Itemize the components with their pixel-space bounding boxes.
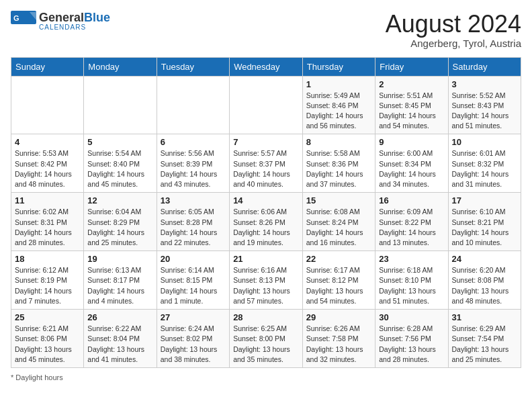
day-number: 6 — [161, 137, 226, 147]
calendar-cell: 31Sunrise: 6:29 AMSunset: 7:54 PMDayligh… — [448, 310, 521, 368]
calendar-cell: 15Sunrise: 6:08 AMSunset: 8:24 PMDayligh… — [302, 193, 375, 251]
day-number: 24 — [452, 254, 517, 264]
day-number: 27 — [161, 312, 226, 322]
calendar-cell — [84, 76, 157, 134]
calendar-cell: 5Sunrise: 5:54 AMSunset: 8:40 PMDaylight… — [84, 134, 157, 193]
logo-blue: Blue — [84, 11, 110, 24]
day-number: 23 — [379, 254, 444, 264]
calendar-cell: 16Sunrise: 6:09 AMSunset: 8:22 PMDayligh… — [375, 193, 448, 251]
calendar-cell: 14Sunrise: 6:06 AMSunset: 8:26 PMDayligh… — [230, 193, 303, 251]
day-number: 16 — [379, 195, 444, 205]
day-info: Sunrise: 6:08 AMSunset: 8:24 PMDaylight:… — [306, 207, 371, 248]
day-info: Sunrise: 6:18 AMSunset: 8:10 PMDaylight:… — [379, 265, 444, 306]
calendar-cell: 6Sunrise: 5:56 AMSunset: 8:39 PMDaylight… — [157, 134, 229, 193]
day-number: 18 — [15, 254, 80, 264]
day-number: 28 — [233, 312, 299, 322]
header-friday: Friday — [375, 57, 448, 76]
day-info: Sunrise: 6:13 AMSunset: 8:17 PMDaylight:… — [87, 265, 152, 306]
calendar-week-1: 1Sunrise: 5:49 AMSunset: 8:46 PMDaylight… — [11, 76, 521, 134]
day-number: 3 — [452, 79, 517, 89]
calendar-cell: 9Sunrise: 6:00 AMSunset: 8:34 PMDaylight… — [375, 134, 448, 193]
day-info: Sunrise: 6:17 AMSunset: 8:12 PMDaylight:… — [306, 265, 371, 306]
svg-text:G: G — [13, 14, 19, 22]
day-number: 5 — [87, 137, 152, 147]
footer-note: * Daylight hours — [11, 373, 521, 381]
day-info: Sunrise: 5:53 AMSunset: 8:42 PMDaylight:… — [15, 148, 80, 189]
day-info: Sunrise: 6:28 AMSunset: 7:56 PMDaylight:… — [379, 324, 444, 365]
day-number: 4 — [15, 137, 80, 147]
calendar-cell: 7Sunrise: 5:57 AMSunset: 8:37 PMDaylight… — [230, 134, 303, 193]
day-number: 22 — [306, 254, 371, 264]
calendar-cell — [230, 76, 303, 134]
calendar-cell: 26Sunrise: 6:22 AMSunset: 8:04 PMDayligh… — [84, 310, 157, 368]
calendar-cell: 12Sunrise: 6:04 AMSunset: 8:29 PMDayligh… — [84, 193, 157, 251]
day-info: Sunrise: 5:56 AMSunset: 8:39 PMDaylight:… — [161, 148, 226, 189]
day-info: Sunrise: 6:22 AMSunset: 8:04 PMDaylight:… — [87, 324, 152, 365]
header-saturday: Saturday — [448, 57, 521, 76]
day-number: 14 — [233, 195, 299, 205]
day-info: Sunrise: 6:16 AMSunset: 8:13 PMDaylight:… — [233, 265, 299, 306]
day-number: 1 — [306, 79, 371, 89]
logo: G GeneralBlue CALENDARS — [11, 11, 110, 31]
calendar-cell: 22Sunrise: 6:17 AMSunset: 8:12 PMDayligh… — [302, 251, 375, 310]
footer-daylight-text: Daylight hours — [15, 373, 62, 381]
day-info: Sunrise: 5:51 AMSunset: 8:45 PMDaylight:… — [379, 91, 444, 132]
day-info: Sunrise: 6:09 AMSunset: 8:22 PMDaylight:… — [379, 207, 444, 248]
title-area: August 2024 Angerberg, Tyrol, Austria — [386, 11, 521, 49]
day-info: Sunrise: 6:26 AMSunset: 7:58 PMDaylight:… — [306, 324, 371, 365]
day-number: 15 — [306, 195, 371, 205]
day-info: Sunrise: 6:10 AMSunset: 8:21 PMDaylight:… — [452, 207, 517, 248]
calendar-cell: 13Sunrise: 6:05 AMSunset: 8:28 PMDayligh… — [157, 193, 229, 251]
calendar-cell: 4Sunrise: 5:53 AMSunset: 8:42 PMDaylight… — [11, 134, 84, 193]
calendar-cell: 19Sunrise: 6:13 AMSunset: 8:17 PMDayligh… — [84, 251, 157, 310]
day-number: 17 — [452, 195, 517, 205]
day-number: 9 — [379, 137, 444, 147]
day-info: Sunrise: 6:21 AMSunset: 8:06 PMDaylight:… — [15, 324, 80, 365]
calendar-cell — [157, 76, 229, 134]
day-info: Sunrise: 6:25 AMSunset: 8:00 PMDaylight:… — [233, 324, 299, 365]
day-number: 21 — [233, 254, 299, 264]
day-info: Sunrise: 5:58 AMSunset: 8:36 PMDaylight:… — [306, 148, 371, 189]
day-info: Sunrise: 6:14 AMSunset: 8:15 PMDaylight:… — [161, 265, 226, 306]
day-number: 20 — [161, 254, 226, 264]
calendar-cell: 24Sunrise: 6:20 AMSunset: 8:08 PMDayligh… — [448, 251, 521, 310]
header: G GeneralBlue CALENDARS August 2024 Ange… — [11, 11, 521, 49]
calendar-cell: 30Sunrise: 6:28 AMSunset: 7:56 PMDayligh… — [375, 310, 448, 368]
calendar-cell: 21Sunrise: 6:16 AMSunset: 8:13 PMDayligh… — [230, 251, 303, 310]
day-number: 29 — [306, 312, 371, 322]
day-info: Sunrise: 6:02 AMSunset: 8:31 PMDaylight:… — [15, 207, 80, 248]
calendar-table: Sunday Monday Tuesday Wednesday Thursday… — [11, 57, 521, 368]
day-number: 13 — [161, 195, 226, 205]
day-info: Sunrise: 6:00 AMSunset: 8:34 PMDaylight:… — [379, 148, 444, 189]
day-info: Sunrise: 6:05 AMSunset: 8:28 PMDaylight:… — [161, 207, 226, 248]
calendar-cell — [11, 76, 84, 134]
day-info: Sunrise: 6:24 AMSunset: 8:02 PMDaylight:… — [161, 324, 226, 365]
calendar-cell: 1Sunrise: 5:49 AMSunset: 8:46 PMDaylight… — [302, 76, 375, 134]
calendar-cell: 27Sunrise: 6:24 AMSunset: 8:02 PMDayligh… — [157, 310, 229, 368]
calendar-cell: 29Sunrise: 6:26 AMSunset: 7:58 PMDayligh… — [302, 310, 375, 368]
calendar-header-row: Sunday Monday Tuesday Wednesday Thursday… — [11, 57, 521, 76]
day-number: 10 — [452, 137, 517, 147]
header-thursday: Thursday — [302, 57, 375, 76]
day-info: Sunrise: 5:54 AMSunset: 8:40 PMDaylight:… — [87, 148, 152, 189]
day-number: 19 — [87, 254, 152, 264]
calendar-cell: 25Sunrise: 6:21 AMSunset: 8:06 PMDayligh… — [11, 310, 84, 368]
calendar-cell: 28Sunrise: 6:25 AMSunset: 8:00 PMDayligh… — [230, 310, 303, 368]
calendar-cell: 18Sunrise: 6:12 AMSunset: 8:19 PMDayligh… — [11, 251, 84, 310]
day-number: 30 — [379, 312, 444, 322]
day-info: Sunrise: 6:20 AMSunset: 8:08 PMDaylight:… — [452, 265, 517, 306]
day-info: Sunrise: 6:06 AMSunset: 8:26 PMDaylight:… — [233, 207, 299, 248]
header-monday: Monday — [84, 57, 157, 76]
day-number: 12 — [87, 195, 152, 205]
day-info: Sunrise: 5:49 AMSunset: 8:46 PMDaylight:… — [306, 91, 371, 132]
calendar-cell: 2Sunrise: 5:51 AMSunset: 8:45 PMDaylight… — [375, 76, 448, 134]
calendar-week-5: 25Sunrise: 6:21 AMSunset: 8:06 PMDayligh… — [11, 310, 521, 368]
day-info: Sunrise: 5:52 AMSunset: 8:43 PMDaylight:… — [452, 91, 517, 132]
month-title: August 2024 — [386, 11, 521, 38]
day-info: Sunrise: 5:57 AMSunset: 8:37 PMDaylight:… — [233, 148, 299, 189]
day-number: 25 — [15, 312, 80, 322]
header-wednesday: Wednesday — [230, 57, 303, 76]
day-number: 31 — [452, 312, 517, 322]
day-info: Sunrise: 6:04 AMSunset: 8:29 PMDaylight:… — [87, 207, 152, 248]
header-sunday: Sunday — [11, 57, 84, 76]
